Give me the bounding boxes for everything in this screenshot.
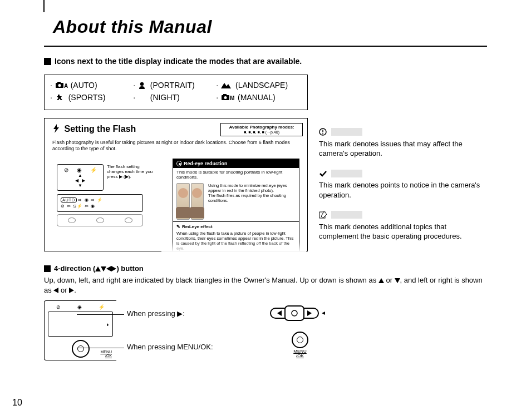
bullet-square-icon (44, 58, 51, 65)
menu-ok-button-icon: MENU/OK (292, 332, 308, 358)
portrait-icon (137, 81, 146, 91)
camera-back-illustration: ⊘◉⚡ MENU/OK (44, 300, 116, 360)
redeye-icon (176, 161, 182, 166)
flash-diagram: Setting the Flash Available Photography … (44, 118, 308, 251)
svg-rect-1 (57, 82, 61, 83)
direction-body: Up, down, left, and right are indicated … (44, 275, 487, 295)
caution-text: This mark denotes issues that may affect… (319, 139, 486, 159)
check-text: This mark denotes points to notice in th… (319, 180, 486, 200)
svg-point-2 (58, 84, 61, 87)
caution-icon (319, 128, 327, 136)
rocker-button-icon (269, 305, 325, 322)
flash-title-text: Setting the Flash (64, 124, 136, 134)
available-modes-badge: Available Photography modes: ■, ■, ■, ■,… (220, 123, 303, 136)
bullet-square-icon (44, 265, 51, 272)
svg-text:A: A (64, 83, 68, 89)
svg-rect-6 (223, 94, 227, 96)
memo-text: This mark denotes additional topics that… (319, 222, 486, 241)
camera-auto-icon: A (55, 81, 67, 91)
svg-rect-14 (285, 306, 304, 320)
lcd-note: The flash setting changes each time you … (107, 164, 154, 180)
up-arrow-icon (378, 278, 384, 283)
press-right-label: When pressing ▶: (127, 309, 185, 318)
down-arrow-icon (395, 278, 400, 283)
sports-icon (55, 93, 65, 103)
flash-modes-panel: AUTO⇨ ◉ ⇨ ⚡ ⊘ ⇦ S⚡ ⇦ ◉ (57, 194, 143, 212)
svg-text:M: M (230, 95, 234, 101)
svg-marker-17 (322, 312, 325, 315)
redeye-panel: Red-eye reduction This mode is suitable … (173, 159, 299, 252)
page-title: About this Manual (53, 17, 212, 37)
memo-icon: ✎ (176, 224, 180, 229)
flash-description: Flash photography is useful for taking p… (52, 140, 299, 152)
check-icon (319, 170, 327, 177)
night-icon (137, 93, 146, 103)
memo-icon (319, 211, 327, 219)
press-menu-label: When pressing MENU/OK: (127, 343, 213, 351)
flash-icon (52, 124, 60, 135)
svg-point-7 (224, 96, 227, 99)
intro-line: Icons next to the title display indicate… (44, 57, 302, 66)
portrait-photos (176, 183, 204, 220)
svg-point-4 (140, 82, 144, 86)
right-arrow-icon (69, 288, 74, 293)
modes-box: A (AUTO) (PORTRAIT) (LANDSCAPE) (SPORTS)… (44, 75, 308, 110)
svg-point-11 (322, 134, 323, 135)
direction-heading: 4-direction () button (44, 264, 144, 273)
landscape-icon (220, 81, 232, 91)
lcd-area: ⊘◉⚡ ▲◀ ▶▼ The flash setting changes each… (57, 164, 143, 226)
page-number: 10 (12, 398, 22, 408)
camera-top-illustration (57, 214, 143, 226)
redeye-note: Using this mode to minimize red-eye (eye… (204, 183, 296, 220)
camera-manual-icon: M (220, 93, 234, 103)
left-arrow-icon (53, 288, 58, 293)
icon-notes-column: This mark denotes issues that may affect… (319, 127, 486, 251)
